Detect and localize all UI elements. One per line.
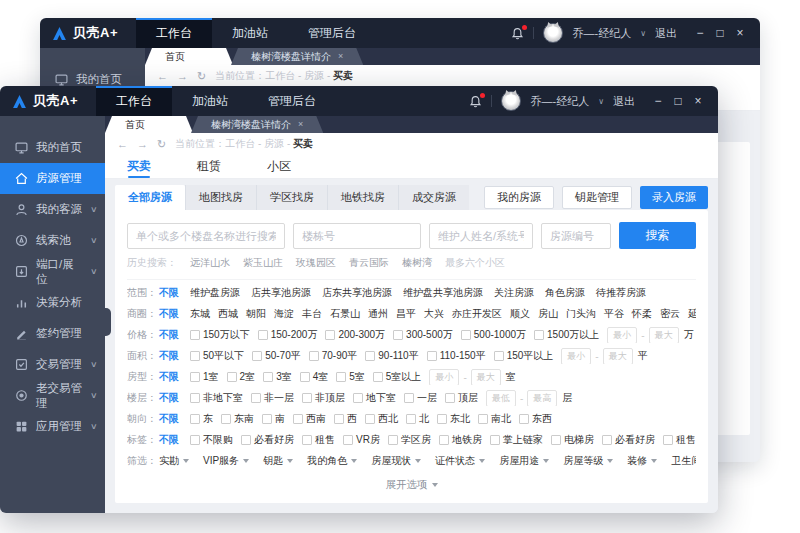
filter-checkbox-option[interactable]: 顶层 [445,391,478,405]
tab-listing-detail[interactable]: 榛树湾楼盘详情介 × [231,48,363,65]
logout-button[interactable]: 退出 [613,94,635,109]
checkbox-icon[interactable] [241,435,251,445]
tab-rent[interactable]: 租赁 [197,155,221,178]
checkbox-icon[interactable] [373,372,383,382]
checkbox-icon[interactable] [439,435,449,445]
checkbox-icon[interactable] [461,330,471,340]
checkbox-icon[interactable] [190,351,200,361]
expand-options[interactable]: 展开选项 [127,478,696,492]
filter-checkbox-option[interactable]: 不限购 [190,433,233,447]
checkbox-icon[interactable] [406,414,416,424]
filter-dropdown[interactable]: 钥匙 [263,454,293,468]
checkbox-icon[interactable] [343,435,353,445]
filter-dropdown[interactable]: 我的角色 [307,454,357,468]
close-button[interactable]: × [730,18,750,48]
sidebar-item-ports[interactable]: 端口/展位 ∨ [0,256,105,287]
listing-no-input[interactable] [541,223,611,249]
filter-checkbox-option[interactable]: 必看好房 [602,433,655,447]
max-price-input[interactable]: 最大 [649,327,679,343]
filter-option[interactable]: 密云 [660,307,680,321]
min-price-input[interactable]: 最小 [607,327,637,343]
filter-checkbox-option[interactable]: 租售 [663,433,696,447]
filter-option[interactable]: 平谷 [604,307,624,321]
filter-dropdown[interactable]: 房屋现状 [371,454,421,468]
filter-checkbox-option[interactable]: 150平以上 [494,349,554,363]
history-item[interactable]: 榛树湾 [402,256,432,270]
sidebar-collapse-handle[interactable] [105,308,111,336]
nav-admin[interactable]: 管理后台 [288,18,376,48]
history-item[interactable]: 玫瑰园区 [296,256,336,270]
filter-any-option[interactable]: 不限 [159,433,179,447]
checkbox-icon[interactable] [427,351,437,361]
nav-workbench[interactable]: 工作台 [136,18,212,48]
filter-dropdown[interactable]: VIP服务 [203,454,249,468]
my-listings-button[interactable]: 我的房源 [484,186,554,209]
nav-workbench[interactable]: 工作台 [96,86,172,116]
checkbox-icon[interactable] [353,393,363,403]
checkbox-icon[interactable] [519,414,529,424]
filter-any-option[interactable]: 不限 [159,286,179,300]
filter-checkbox-option[interactable]: 1500万以上 [534,328,599,342]
filter-dropdown[interactable]: 房屋用途 [499,454,549,468]
checkbox-icon[interactable] [404,393,414,403]
notification-bell-icon[interactable] [469,95,482,108]
filter-checkbox-option[interactable]: 2室 [227,370,256,384]
max-rooms-input[interactable]: 最大 [471,369,501,385]
filter-dropdown[interactable]: 房屋等级 [563,454,613,468]
checkbox-icon[interactable] [221,414,231,424]
filter-option[interactable]: 店共享池房源 [251,286,311,300]
filter-checkbox-option[interactable]: 南 [262,412,285,426]
nav-gas-station[interactable]: 加油站 [212,18,288,48]
minimize-button[interactable]: − [690,18,710,48]
close-icon[interactable]: × [298,116,303,133]
checkbox-icon[interactable] [663,435,673,445]
user-name[interactable]: 乔—-经纪人 [572,26,631,41]
sidebar-item-analytics[interactable]: 决策分析 [0,287,105,318]
checkbox-icon[interactable] [365,351,375,361]
filter-option[interactable]: 关注房源 [494,286,534,300]
filter-any-option[interactable]: 不限 [159,307,179,321]
checkbox-icon[interactable] [365,414,375,424]
checkbox-icon[interactable] [190,372,200,382]
history-item[interactable]: 远洋山水 [190,256,230,270]
filter-checkbox-option[interactable]: 90-110平 [365,349,418,363]
filter-any-option[interactable]: 不限 [159,412,179,426]
forward-icon[interactable]: → [137,138,148,150]
filter-checkbox-option[interactable]: 西南 [293,412,326,426]
sidebar-item-apps[interactable]: 应用管理 ∨ [0,411,105,442]
history-item[interactable]: 青云国际 [349,256,389,270]
min-area-input[interactable]: 最小 [561,348,591,364]
sidebar-item-customers[interactable]: 我的客源 ∨ [0,194,105,225]
filter-dropdown[interactable]: 实勘 [159,454,189,468]
close-button[interactable]: × [688,86,708,116]
checkbox-icon[interactable] [190,330,200,340]
filter-checkbox-option[interactable]: 地下室 [353,391,396,405]
checkbox-icon[interactable] [393,330,403,340]
sidebar-item-leads[interactable]: 线索池 ∨ [0,225,105,256]
filter-checkbox-option[interactable]: 50-70平 [252,349,301,363]
filter-option[interactable]: 丰台 [302,307,322,321]
filter-checkbox-option[interactable]: VR房 [343,433,380,447]
filter-option[interactable]: 角色房源 [545,286,585,300]
filter-option[interactable]: 东城 [190,307,210,321]
filter-option[interactable]: 石景山 [330,307,360,321]
tab-listing-detail[interactable]: 榛树湾楼盘详情介 × [191,116,323,133]
filter-checkbox-option[interactable]: 150-200万 [258,328,318,342]
filter-checkbox-option[interactable]: 3室 [263,370,292,384]
max-area-input[interactable]: 最大 [603,348,633,364]
filter-checkbox-option[interactable]: 南北 [478,412,511,426]
checkbox-icon[interactable] [325,330,335,340]
close-icon[interactable]: × [338,48,343,65]
filter-checkbox-option[interactable]: 东 [190,412,213,426]
min-rooms-input[interactable]: 最小 [429,369,459,385]
logout-button[interactable]: 退出 [655,26,677,41]
checkbox-icon[interactable] [251,393,261,403]
filter-option[interactable]: 顺义 [510,307,530,321]
user-avatar[interactable] [501,91,521,111]
filter-checkbox-option[interactable]: 一层 [404,391,437,405]
filter-checkbox-option[interactable]: 掌上链家 [490,433,543,447]
filter-checkbox-option[interactable]: 非地下室 [190,391,243,405]
filter-option[interactable]: 通州 [368,307,388,321]
filter-option[interactable]: 待推荐房源 [596,286,646,300]
filter-checkbox-option[interactable]: 必看好房 [241,433,294,447]
